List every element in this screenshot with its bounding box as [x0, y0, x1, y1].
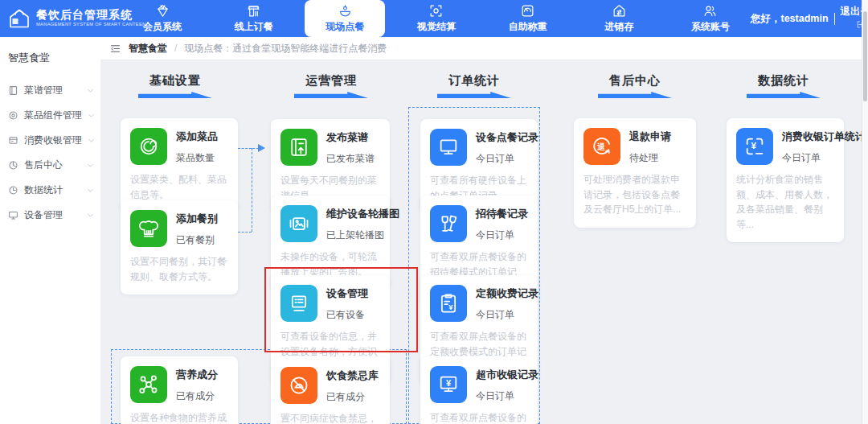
chef-hat-icon — [130, 210, 167, 247]
app-subtitle: MANAGEMENT SYSTEM OF SMART CANTEEN — [36, 23, 146, 27]
sidebar-item-label: 菜谱管理 — [24, 84, 81, 97]
card-title: 饮食禁忌库 — [326, 368, 379, 383]
section-header-data-statistics: 数据统计 — [715, 73, 852, 98]
breadcrumb-root[interactable]: 智慧食堂 — [129, 42, 167, 56]
sidebar-item-label: 设备管理 — [24, 208, 81, 222]
scrollbar-thumb[interactable] — [863, 11, 867, 101]
bowl-icon — [338, 3, 353, 19]
sidebar-item-cashier-management[interactable]: 消费收银管理 — [0, 128, 100, 153]
section-header-operations: 运营管理 — [263, 73, 399, 98]
nav-online-order[interactable]: 线上订餐 — [214, 0, 294, 37]
card-refund-request[interactable]: 退 退款申请 待处理 可处理消费者的退款申请记录，包括设备点餐及云餐厅H5上的订… — [574, 118, 696, 228]
card-subtitle: 今日订单 — [476, 389, 528, 403]
no-food-icon — [280, 367, 317, 404]
card-title: 设备管理 — [326, 286, 368, 301]
card-subtitle: 菜品数量 — [176, 151, 218, 165]
card-subtitle: 已有设备 — [326, 308, 368, 322]
nav-label: 系统账号 — [691, 20, 730, 34]
svg-text:¥: ¥ — [448, 303, 453, 311]
nav-label: 视觉结算 — [417, 20, 456, 34]
card-subtitle: 待处理 — [629, 151, 671, 165]
svg-text:退: 退 — [597, 142, 605, 151]
nav-label: 现场点餐 — [326, 20, 364, 34]
publish-menu-icon — [280, 129, 317, 166]
warehouse-icon — [612, 3, 627, 19]
chevron-down-icon — [88, 110, 95, 121]
sidebar-item-menu-management[interactable]: 菜谱管理 — [0, 78, 100, 103]
monitor-icon — [430, 129, 467, 166]
section-header-order-statistics: 订单统计 — [406, 73, 542, 98]
chevron-down-icon — [87, 185, 94, 196]
card-nutrition[interactable]: 营养成分 已有成分 设置各种食物的营养成分，【菜品管理】里可添加对应的食物及分.… — [121, 356, 238, 424]
card-subtitle: 已有餐别 — [176, 233, 218, 247]
vertical-scrollbar[interactable] — [862, 0, 868, 424]
section-title: 数据统计 — [715, 73, 852, 89]
sidebar-item-data-statistics[interactable]: 数据统计 — [0, 178, 100, 203]
card-description: 设置不同餐别，其订餐规则、取餐方式等。 — [130, 254, 228, 284]
main-nav: 会员系统 线上订餐 现场点餐 视觉结算 自助称重 进销存 — [122, 0, 751, 37]
card-title: 发布菜谱 — [326, 130, 375, 145]
header-underline — [747, 92, 821, 98]
connector-line — [238, 148, 259, 149]
carousel-icon — [280, 205, 317, 242]
card-diet-taboo-library[interactable]: 饮食禁忌库 已有成分 置不同病症饮食禁忌，【菜品管理】里可添加对应的。 — [271, 357, 390, 424]
card-supermarket-cashier-records[interactable]: ¥ 超市收银记录 今日订单 可查看双屏点餐设备的超市收银的订单记录。 — [420, 356, 538, 424]
collapse-sidebar-icon[interactable] — [109, 43, 121, 55]
sidebar-item-aftersale-center[interactable]: 售后中心 — [0, 153, 100, 178]
card-title: 设备点餐记录 — [476, 130, 528, 145]
connector-arrow-icon — [258, 144, 265, 152]
nav-label: 会员系统 — [143, 20, 182, 34]
nav-inventory[interactable]: 进销存 — [579, 0, 659, 37]
card-cashier-order-statistics[interactable]: ¥ 消费收银订单统计 今日订单 统计分析食堂的销售额、成本、用餐人数，及各菜品销… — [727, 118, 844, 242]
nav-self-weighing[interactable]: 自助称重 — [488, 0, 568, 37]
card-title: 超市收银记录 — [476, 368, 528, 382]
nav-system-account[interactable]: 系统账号 — [670, 0, 751, 37]
section-title: 基础设置 — [107, 73, 244, 89]
chevron-down-icon — [87, 160, 94, 171]
nav-label: 线上订餐 — [235, 20, 273, 34]
section-title: 订单统计 — [406, 73, 542, 89]
yen-stat-icon: ¥ — [736, 128, 773, 165]
card-subtitle: 今日订单 — [476, 308, 528, 322]
main-content: 基础设置 运营管理 订单统计 售后中心 数据统计 添加菜品 菜品数量 — [100, 60, 868, 424]
card-add-dish[interactable]: 添加菜品 菜品数量 设置菜类、配料、菜品信息等。 — [121, 118, 238, 212]
svg-text:¥: ¥ — [446, 378, 452, 388]
sidebar-item-dish-components[interactable]: 菜品组件管理 — [0, 103, 100, 128]
sidebar-item-device-management[interactable]: 设备管理 — [0, 203, 100, 228]
nav-visual-checkout[interactable]: 视觉结算 — [396, 0, 477, 37]
chevron-down-icon — [87, 210, 94, 221]
app-window: 餐饮后台管理系统 MANAGEMENT SYSTEM OF SMART CANT… — [0, 0, 868, 424]
card-description: 统计分析食堂的销售额、成本、用餐人数，及各菜品销量、餐别等... — [736, 172, 834, 232]
sidebar-title: 智慧食堂 — [8, 51, 100, 65]
nav-onsite-order[interactable]: 现场点餐 — [305, 0, 385, 37]
card-title: 定额收费记录 — [476, 286, 528, 301]
breadcrumb: 智慧食堂 / 现场点餐：通过食堂现场智能终端进行点餐消费 — [100, 37, 862, 60]
nav-label: 自助称重 — [509, 20, 547, 34]
statistics-icon — [8, 185, 18, 196]
storefront-icon — [246, 3, 261, 19]
svg-text:¥: ¥ — [751, 140, 757, 150]
aftersale-icon — [8, 160, 18, 171]
sidebar-item-label: 数据统计 — [24, 183, 81, 197]
vegetable-icon — [130, 128, 167, 165]
card-add-meal-type[interactable]: 添加餐别 已有餐别 设置不同餐别，其订餐规则、取餐方式等。 — [121, 200, 238, 294]
chevron-down-icon — [87, 85, 94, 97]
clipboard-yen-icon: ¥ — [430, 285, 467, 322]
card-subtitle: 已有成分 — [176, 389, 218, 403]
user-greeting: 您好，testadmin — [751, 12, 829, 26]
refund-icon: 退 — [583, 128, 620, 165]
sidebar-item-label: 消费收银管理 — [24, 134, 82, 147]
card-subtitle: 已发布菜谱 — [326, 152, 375, 166]
header-underline — [598, 92, 672, 98]
card-subtitle: 已上架轮播图 — [326, 228, 380, 242]
card-title: 维护设备轮播图 — [326, 207, 380, 221]
wine-glasses-icon — [430, 205, 467, 242]
register-yen-icon: ¥ — [430, 366, 467, 403]
header-underline — [437, 92, 511, 98]
nav-member-system[interactable]: 会员系统 — [122, 0, 203, 37]
sidebar-item-label: 菜品组件管理 — [24, 109, 82, 122]
scale-icon — [520, 3, 535, 19]
scan-icon — [428, 3, 444, 19]
card-description: 设置菜类、配料、菜品信息等。 — [130, 172, 228, 202]
component-icon — [8, 110, 18, 121]
